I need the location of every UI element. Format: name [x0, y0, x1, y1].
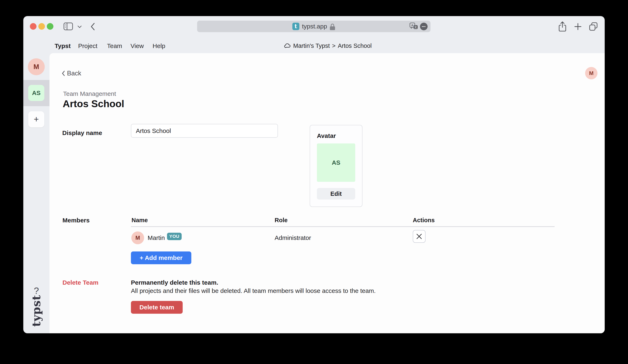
- breadcrumb-current: Artos School: [338, 42, 372, 49]
- app-menubar: Typst Project Team View Help Martin's Ty…: [23, 35, 605, 53]
- add-workspace-button[interactable]: +: [28, 111, 44, 127]
- member-role: Administrator: [275, 234, 311, 241]
- tab-overview-icon[interactable]: [589, 22, 598, 31]
- column-header-name: Name: [132, 217, 148, 224]
- new-tab-icon[interactable]: [574, 23, 582, 30]
- delete-team-title: Permanently delete this team.: [131, 279, 218, 286]
- display-name-input[interactable]: [131, 124, 278, 138]
- you-badge: YOU: [167, 233, 182, 240]
- menu-typst[interactable]: Typst: [55, 42, 71, 50]
- breadcrumb-workspace[interactable]: Martin's Typst: [293, 42, 330, 49]
- zoom-window-button[interactable]: [47, 23, 53, 30]
- sidebar-user-avatar[interactable]: M: [28, 58, 45, 75]
- avatar-card-label: Avatar: [317, 132, 336, 139]
- menu-team[interactable]: Team: [107, 42, 122, 50]
- close-window-button[interactable]: [30, 23, 36, 30]
- more-options-icon[interactable]: •••: [420, 23, 428, 30]
- translate-icon[interactable]: A 文: [409, 22, 418, 30]
- url-text: typst.app: [302, 23, 327, 30]
- member-name: Martin: [148, 234, 165, 241]
- edit-avatar-button[interactable]: Edit: [317, 188, 355, 200]
- display-name-label: Display name: [62, 130, 102, 137]
- remove-member-button[interactable]: [413, 230, 426, 243]
- column-header-actions: Actions: [413, 217, 435, 224]
- sidebar-team-avatar[interactable]: AS: [28, 85, 44, 101]
- sidebar-toggle-icon[interactable]: [64, 22, 73, 30]
- share-icon[interactable]: [558, 21, 567, 32]
- team-avatar-preview: AS: [317, 144, 355, 182]
- menu-help[interactable]: Help: [153, 42, 165, 50]
- back-icon[interactable]: [90, 23, 95, 30]
- svg-text:文: 文: [414, 26, 417, 29]
- typst-logo: typst: [30, 288, 43, 333]
- members-label: Members: [63, 217, 90, 224]
- lock-icon: [330, 22, 335, 30]
- menu-view[interactable]: View: [131, 42, 144, 50]
- section-label: Team Management: [63, 90, 116, 97]
- cloud-icon: [284, 44, 291, 48]
- browser-window: t typst.app A 文 •••: [23, 16, 605, 333]
- delete-team-button[interactable]: Delete team: [131, 301, 183, 314]
- member-avatar: M: [131, 231, 144, 244]
- breadcrumb-separator: >: [332, 42, 335, 49]
- back-label: Back: [67, 70, 81, 77]
- address-bar[interactable]: t typst.app A 文 •••: [197, 21, 430, 32]
- svg-text:A: A: [411, 23, 414, 27]
- browser-toolbar: t typst.app A 文 •••: [23, 16, 605, 35]
- breadcrumb: Martin's Typst > Artos School: [284, 42, 372, 49]
- add-member-button[interactable]: + Add member: [131, 251, 191, 264]
- delete-team-label: Delete Team: [63, 279, 98, 286]
- workspace-sidebar: M AS + ? typst: [23, 53, 50, 333]
- column-header-role: Role: [275, 217, 288, 224]
- main-content: Back M Team Management Artos School Disp…: [50, 53, 605, 333]
- delete-team-description: All projects and their files will be del…: [131, 287, 376, 294]
- page-title: Artos School: [63, 98, 124, 109]
- table-header-divider: [131, 226, 554, 227]
- avatar-card: Avatar AS Edit: [310, 125, 362, 207]
- menu-project[interactable]: Project: [78, 42, 97, 50]
- close-icon: [416, 233, 422, 239]
- account-avatar[interactable]: M: [585, 67, 598, 79]
- site-favicon: t: [292, 23, 299, 30]
- back-chevron-icon: [62, 71, 65, 76]
- chevron-down-icon[interactable]: [78, 26, 82, 28]
- minimize-window-button[interactable]: [38, 23, 45, 30]
- back-link[interactable]: Back: [62, 70, 81, 77]
